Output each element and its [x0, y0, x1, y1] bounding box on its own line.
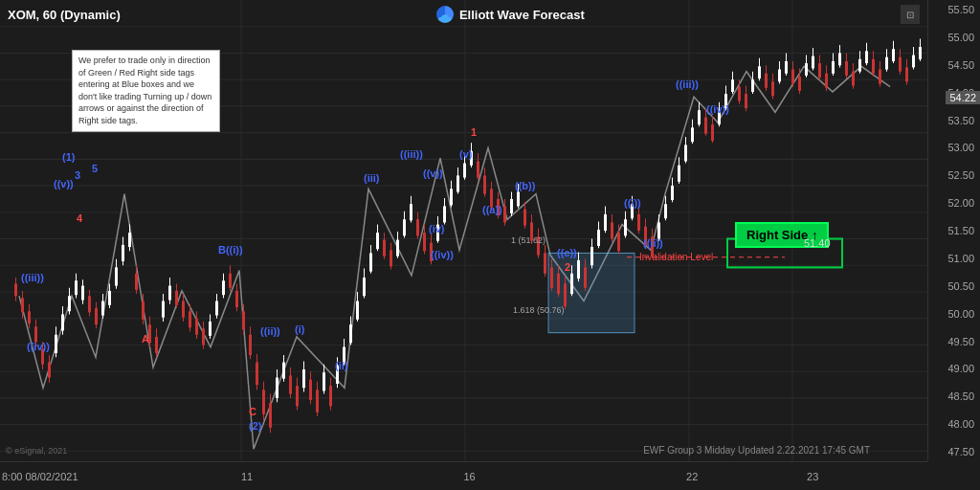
price-51-50: 51.50 [930, 225, 978, 236]
footer-text: EWF Group 3 Midday Updated 2.22.2021 17:… [643, 445, 870, 456]
wave-label-vv-mid: ((v)) [423, 167, 443, 179]
time-axis: 8:00 08/02/2021 11 16 22 23 [0, 461, 927, 490]
corner-button[interactable]: ⊡ [901, 5, 920, 24]
price-55-50: 55.50 [930, 4, 978, 15]
chart-container: XOM, 60 (Dynamic) Elliott Wave Forecast … [0, 0, 980, 490]
wave-label-C: C [249, 406, 256, 417]
wave-label-ivv-mid: ((iv)) [431, 249, 454, 260]
wave-label-a-paren: ((a)) [482, 204, 502, 215]
price-50-50: 50.50 [930, 280, 978, 292]
annotation-box: We prefer to trade only in direction of … [72, 50, 220, 132]
wave-label-ii-low: (ii) [335, 360, 347, 371]
wave-label-B-i: B((i)) [218, 244, 243, 256]
price-48-50: 48.50 [930, 390, 978, 402]
price-axis: 55.50 55.00 54.50 54.00 53.50 53.00 52.5… [927, 0, 980, 461]
time-label-11: 11 [241, 471, 253, 482]
time-label-23: 23 [807, 471, 818, 482]
price-49-50: 49.50 [930, 336, 978, 347]
wave-label-3: 3 [75, 169, 80, 181]
symbol-label: XOM, 60 (Dynamic) [8, 8, 121, 22]
wave-label-2-box: 2 [565, 261, 570, 273]
price-53-50: 53.50 [930, 115, 978, 126]
price-48-00: 48.00 [930, 418, 978, 430]
chart-area: We prefer to trade only in direction of … [0, 0, 927, 461]
ewf-footer: EWF Group 3 Midday Updated 2.22.2021 17:… [643, 445, 870, 456]
esignal-label: © eSignal, 2021 [6, 446, 67, 456]
wave-label-5: 5 [92, 163, 98, 174]
wave-label-iii-right: ((iii)) [676, 78, 699, 90]
wave-label-ii-right: ((ii)) [643, 237, 663, 249]
current-price-tag: 54.22 [946, 91, 980, 104]
price-tag-618: 1.618 (50.76) [513, 305, 565, 315]
annotation-text: We prefer to trade only in direction of … [78, 56, 212, 125]
wave-label-i-right: ((i)) [624, 197, 641, 209]
wave-label-cc-box: ((c)) [557, 247, 577, 258]
time-label-22: 22 [686, 471, 698, 482]
price-53-00: 53.00 [930, 142, 978, 153]
price-51-40: 51.40 [804, 237, 831, 249]
wave-label-b-paren: ((b)) [515, 180, 535, 191]
time-label-start: 8:00 08/02/2021 [2, 471, 78, 482]
wave-label-iii3: ((iii)) [21, 272, 44, 283]
wave-label-iv-right: ((iv)) [706, 103, 729, 115]
wave-label-iii3b: ((iii)) [400, 148, 423, 160]
invalidation-label: Invalidation Level [639, 252, 713, 262]
time-label-16: 16 [464, 471, 476, 482]
price-52-00: 52.00 [930, 197, 978, 209]
wave-label-1paren: (1) [62, 151, 75, 163]
wave-label-A: A [142, 333, 149, 345]
price-47-50: 47.50 [930, 446, 978, 457]
wave-label-i-low: (i) [295, 323, 304, 335]
wave-label-4: 4 [77, 212, 82, 224]
price-50-00: 50.00 [930, 308, 978, 320]
wave-label-vv1: ((v)) [54, 178, 74, 189]
price-52-50: 52.50 [930, 169, 978, 181]
price-54-50: 54.50 [930, 59, 978, 71]
wave-label-2paren: (2) [249, 420, 261, 432]
wave-label-v-paren: (v) [459, 148, 472, 160]
header: XOM, 60 (Dynamic) Elliott Wave Forecast … [0, 0, 927, 29]
current-price-value: 54.22 [949, 92, 976, 103]
brand-logo [436, 6, 454, 23]
esignal-text: © eSignal, 2021 [6, 446, 67, 456]
price-55-00: 55.00 [930, 32, 978, 43]
wave-label-ivv: ((iv)) [27, 341, 50, 352]
price-51-00: 51.00 [930, 253, 978, 264]
brand-text: Elliott Wave Forecast [459, 8, 585, 22]
wave-label-1-red: 1 [471, 126, 477, 138]
brand: Elliott Wave Forecast [436, 6, 585, 23]
price-49-00: 49.00 [930, 363, 978, 374]
wave-label-ii2: ((ii)) [260, 325, 280, 337]
price-tag-1: 1 (51.62) [511, 235, 546, 245]
wave-label-iii-mid: (iii) [364, 172, 380, 184]
wave-label-iv-mid: (iv) [429, 223, 445, 234]
